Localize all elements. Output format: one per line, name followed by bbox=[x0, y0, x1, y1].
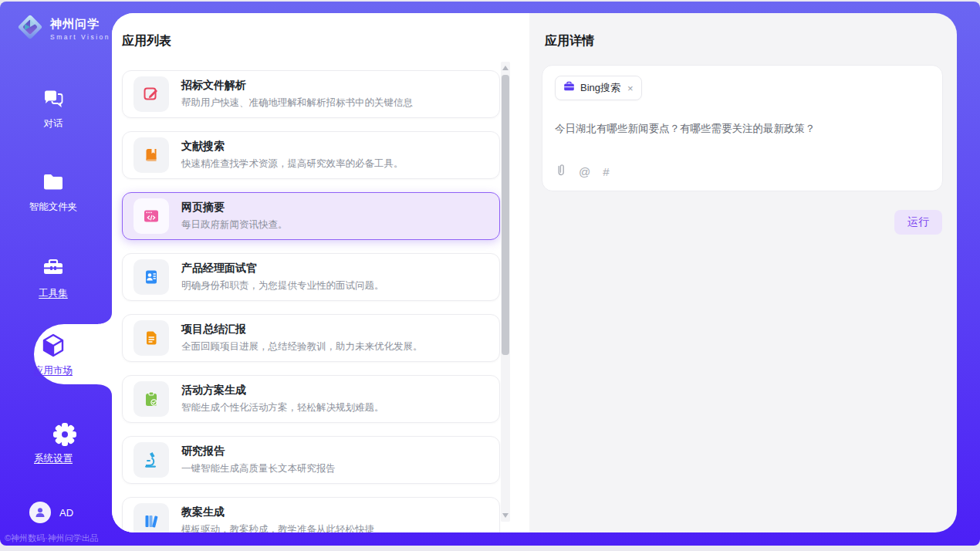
prompt-card: Bing搜索 × 今日湖北有哪些新闻要点？有哪些需要关注的最新政策？ @ # bbox=[542, 65, 943, 191]
app-card-title: 招标文件解析 bbox=[181, 79, 413, 93]
logo-diamond-icon bbox=[15, 12, 45, 45]
app-card-title: 文献搜索 bbox=[181, 140, 404, 154]
scrollbar-thumb[interactable] bbox=[502, 75, 509, 355]
scrollbar[interactable] bbox=[501, 62, 510, 522]
copyright-text: ©神州数码·神州问学出品 bbox=[5, 532, 113, 544]
app-card-description: 帮助用户快速、准确地理解和解析招标书中的关键信息 bbox=[181, 96, 413, 110]
microscope-icon bbox=[133, 442, 169, 478]
app-logo: 神州问学 Smart Vision bbox=[15, 12, 110, 45]
app-card[interactable]: 招标文件解析帮助用户快速、准确地理解和解析招标书中的关键信息 bbox=[122, 70, 500, 118]
scroll-up-icon[interactable] bbox=[502, 66, 509, 70]
app-card-description: 快速精准查找学术资源，提高研究效率的必备工具。 bbox=[181, 157, 404, 171]
app-card-description: 全面回顾项目进展，总结经验教训，助力未来优化发展。 bbox=[181, 340, 423, 353]
interview-icon bbox=[133, 259, 169, 295]
app-card[interactable]: 研究报告一键智能生成高质量长文本研究报告 bbox=[122, 436, 500, 484]
app-card[interactable]: 网页摘要每日政府新闻资讯快查。 bbox=[122, 192, 500, 240]
sidebar-item-smart-folder[interactable]: 智能文件夹 bbox=[0, 170, 106, 214]
content-area: 应用列表 招标文件解析帮助用户快速、准确地理解和解析招标书中的关键信息文献搜索快… bbox=[112, 13, 957, 532]
app-list-panel: 应用列表 招标文件解析帮助用户快速、准确地理解和解析招标书中的关键信息文献搜索快… bbox=[112, 13, 529, 532]
app-card-description: 每日政府新闻资讯快查。 bbox=[181, 218, 288, 232]
tag-close-icon[interactable]: × bbox=[627, 83, 634, 94]
app-card-title: 项目总结汇报 bbox=[181, 323, 423, 336]
sidebar-item-label: 系统设置 bbox=[0, 452, 106, 465]
sidebar: 神州问学 Smart Vision 对话 智能文件夹 bbox=[0, 2, 112, 546]
logo-subtitle: Smart Vision bbox=[50, 33, 110, 41]
sidebar-item-label: 智能文件夹 bbox=[0, 201, 106, 214]
books-icon bbox=[133, 503, 169, 532]
sidebar-item-settings[interactable]: 系统设置 bbox=[0, 421, 106, 465]
app-detail-title: 应用详情 bbox=[545, 33, 957, 49]
sidebar-item-toolset[interactable]: 工具集 bbox=[0, 256, 106, 300]
app-card-description: 明确身份和职责，为您提供专业性的面试问题。 bbox=[181, 279, 384, 292]
sidebar-item-label: 对话 bbox=[0, 117, 106, 130]
sidebar-item-app-market[interactable]: 应用市场 bbox=[0, 332, 106, 377]
cube-icon bbox=[40, 332, 66, 357]
app-card-title: 产品经理面试官 bbox=[181, 262, 384, 276]
book-icon bbox=[133, 137, 169, 173]
app-card[interactable]: 教案生成模板驱动，教案秒成，教学准备从此轻松快捷 bbox=[122, 497, 500, 532]
doc-edit-icon bbox=[133, 76, 169, 112]
tool-tag-bing-search[interactable]: Bing搜索 × bbox=[555, 76, 642, 100]
avatar bbox=[29, 502, 51, 523]
app-card-description: 模板驱动，教案秒成，教学准备从此轻松快捷 bbox=[181, 523, 374, 532]
paperclip-icon[interactable] bbox=[556, 163, 566, 180]
scroll-down-icon[interactable] bbox=[502, 513, 509, 518]
tool-tag-label: Bing搜索 bbox=[580, 81, 620, 95]
app-window: 神州问学 Smart Vision 对话 智能文件夹 bbox=[0, 2, 980, 546]
user-account[interactable]: AD bbox=[29, 502, 73, 523]
toolbox-icon bbox=[40, 256, 66, 281]
at-icon[interactable]: @ bbox=[579, 165, 590, 178]
sidebar-item-label: 应用市场 bbox=[0, 364, 106, 377]
sidebar-item-chat[interactable]: 对话 bbox=[0, 86, 106, 130]
report-doc-icon bbox=[133, 320, 169, 356]
browser-code-icon bbox=[133, 198, 169, 234]
app-card-description: 智能生成个性化活动方案，轻松解决规划难题。 bbox=[181, 401, 384, 414]
app-card-title: 研究报告 bbox=[181, 445, 336, 458]
briefcase-icon bbox=[563, 81, 575, 95]
sidebar-item-label: 工具集 bbox=[0, 287, 106, 300]
hash-icon[interactable]: # bbox=[603, 165, 609, 178]
folder-icon bbox=[40, 170, 66, 194]
logo-title: 神州问学 bbox=[50, 17, 110, 32]
query-text[interactable]: 今日湖北有哪些新闻要点？有哪些需要关注的最新政策？ bbox=[555, 122, 930, 136]
user-name: AD bbox=[59, 507, 73, 519]
attachment-toolbar: @ # bbox=[556, 163, 610, 180]
app-card-description: 一键智能生成高质量长文本研究报告 bbox=[181, 462, 336, 475]
clipboard-check-icon bbox=[133, 381, 169, 417]
app-card[interactable]: 项目总结汇报全面回顾项目进展，总结经验教训，助力未来优化发展。 bbox=[122, 314, 500, 362]
app-detail-panel: 应用详情 Bing搜索 × 今日湖北有哪些新闻要点？有哪些需要关注的最新政策？ bbox=[529, 13, 957, 532]
app-card-title: 教案生成 bbox=[181, 505, 374, 519]
app-card-list: 招标文件解析帮助用户快速、准确地理解和解析招标书中的关键信息文献搜索快速精准查找… bbox=[122, 70, 500, 532]
app-card-title: 活动方案生成 bbox=[181, 384, 384, 397]
app-card[interactable]: 活动方案生成智能生成个性化活动方案，轻松解决规划难题。 bbox=[122, 375, 500, 423]
chat-icon bbox=[41, 86, 66, 111]
app-card-title: 网页摘要 bbox=[181, 201, 288, 215]
app-list-title: 应用列表 bbox=[122, 33, 529, 49]
app-card[interactable]: 文献搜索快速精准查找学术资源，提高研究效率的必备工具。 bbox=[122, 131, 500, 179]
app-card[interactable]: 产品经理面试官明确身份和职责，为您提供专业性的面试问题。 bbox=[122, 253, 500, 301]
run-button[interactable]: 运行 bbox=[894, 210, 942, 235]
